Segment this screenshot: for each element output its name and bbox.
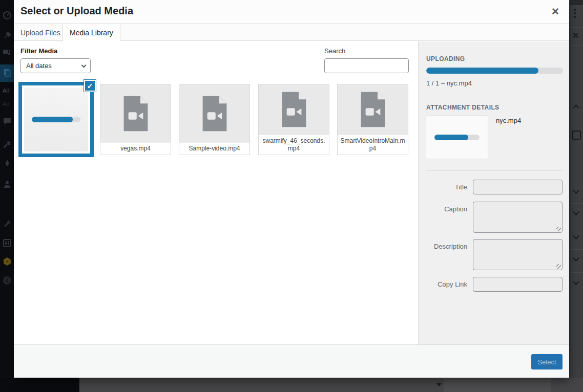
admin-bar-edge xyxy=(570,0,583,5)
chevron-down-icon xyxy=(573,187,579,194)
modal-tab-bar: Upload Files Media Library xyxy=(14,24,569,41)
sidebar-submenu-all[interactable]: All xyxy=(3,88,9,94)
video-file-icon xyxy=(121,95,151,132)
description-textarea[interactable] xyxy=(473,239,563,270)
wrench-icon xyxy=(3,219,13,229)
media-item-video[interactable]: Sample-video.mp4 xyxy=(179,84,250,155)
media-item-video[interactable]: SmartVideoIntroMain.mp4 xyxy=(337,84,408,155)
users-icon xyxy=(3,180,13,190)
upload-progress-fill xyxy=(32,117,73,122)
video-file-icon xyxy=(358,91,388,128)
admin-sidebar-edge xyxy=(0,378,79,392)
video-thumbnail xyxy=(338,84,408,135)
tools-icon xyxy=(3,140,13,150)
copy-link-input[interactable] xyxy=(473,277,563,292)
selection-frame xyxy=(22,85,90,154)
collapse-icon xyxy=(3,276,13,286)
admin-sidebar: All Ad xyxy=(0,0,14,392)
media-item-uploading[interactable]: ✓ xyxy=(18,82,94,157)
title-input[interactable] xyxy=(473,180,563,194)
media-modal: Select or Upload Media ✕ Upload Files Me… xyxy=(14,0,569,378)
sidebar-progress-track xyxy=(426,68,563,74)
thumbnail-progress-fill xyxy=(434,135,468,140)
tab-upload-files[interactable]: Upload Files xyxy=(14,24,67,41)
upload-status-text: 1 / 1 – nyc.mp4 xyxy=(426,79,472,87)
media-item-filename: vegas.mp4 xyxy=(100,142,171,155)
modal-header: Select or Upload Media ✕ xyxy=(14,0,569,24)
caption-label: Caption xyxy=(419,205,467,213)
media-item-video[interactable]: swarmify_46_seconds.mp4 xyxy=(258,84,329,155)
search-label: Search xyxy=(324,47,345,55)
pin-icon xyxy=(3,31,13,41)
media-item-filename: SmartVideoIntroMain.mp4 xyxy=(338,135,408,155)
kebab-menu-icon xyxy=(574,9,576,18)
tab-media-library[interactable]: Media Library xyxy=(63,24,120,42)
chevron-down-icon xyxy=(573,255,579,262)
media-item-video[interactable]: vegas.mp4 xyxy=(100,84,171,155)
close-icon: ✕ xyxy=(572,31,579,40)
selected-check-icon[interactable]: ✓ xyxy=(84,79,96,92)
chevron-down-icon xyxy=(573,233,579,239)
dashboard-icon xyxy=(3,11,13,21)
dropdown-caret-icon xyxy=(436,383,442,386)
select-button[interactable]: Select xyxy=(531,354,563,369)
media-item-filename: swarmify_46_seconds.mp4 xyxy=(259,135,329,155)
modal-close-button[interactable]: ✕ xyxy=(549,5,562,18)
filter-dates-dropdown[interactable]: All dates xyxy=(20,58,91,73)
uploading-heading: UPLOADING xyxy=(426,55,465,62)
attachment-thumbnail xyxy=(426,116,488,159)
media-icon xyxy=(3,48,13,58)
modal-title: Select or Upload Media xyxy=(20,5,133,17)
plugins-icon xyxy=(3,159,13,169)
search-input[interactable] xyxy=(324,58,409,73)
chevron-down-icon xyxy=(573,209,579,215)
divider xyxy=(426,170,563,171)
sidebar-submenu-add[interactable]: Ad xyxy=(3,101,9,107)
screen: All Ad ✕ xyxy=(0,0,583,392)
attachment-details-heading: ATTACHMENT DETAILS xyxy=(426,104,499,111)
smartvideo-icon xyxy=(3,257,13,267)
video-file-icon xyxy=(279,91,309,128)
page-behind-modal xyxy=(0,378,583,392)
video-thumbnail xyxy=(179,84,249,142)
chevron-down-icon xyxy=(573,278,579,285)
video-thumbnail xyxy=(259,84,329,135)
filter-media-label: Filter Media xyxy=(20,47,57,55)
media-item-filename: Sample-video.mp4 xyxy=(179,142,249,155)
video-thumbnail xyxy=(100,84,171,142)
title-label: Title xyxy=(419,183,467,191)
caption-textarea[interactable] xyxy=(473,202,563,233)
description-label: Description xyxy=(419,243,467,250)
filter-dates-value: All dates xyxy=(26,62,52,70)
modal-footer: Select xyxy=(14,344,569,378)
attachment-filename: nyc.mp4 xyxy=(496,117,521,124)
comments-icon xyxy=(3,117,13,127)
upload-progress-track xyxy=(32,117,80,122)
editor-content-edge xyxy=(444,378,551,392)
sidebar-progress-fill xyxy=(426,68,538,74)
chevron-down-icon xyxy=(81,63,87,68)
pages-icon xyxy=(3,68,13,78)
sidebar-item-current[interactable] xyxy=(0,64,14,82)
checkbox-icon xyxy=(572,130,581,140)
copy-link-label: Copy Link xyxy=(419,280,467,288)
uploading-thumbnail xyxy=(24,88,88,151)
settings-icon xyxy=(3,238,13,249)
editor-settings-rail: ✕ xyxy=(569,0,583,378)
video-file-icon xyxy=(200,95,230,132)
thumbnail-progress-track xyxy=(434,135,480,140)
attachment-sidebar: UPLOADING 1 / 1 – nyc.mp4 ATTACHMENT DET… xyxy=(418,41,569,344)
chevron-up-icon xyxy=(573,104,579,111)
